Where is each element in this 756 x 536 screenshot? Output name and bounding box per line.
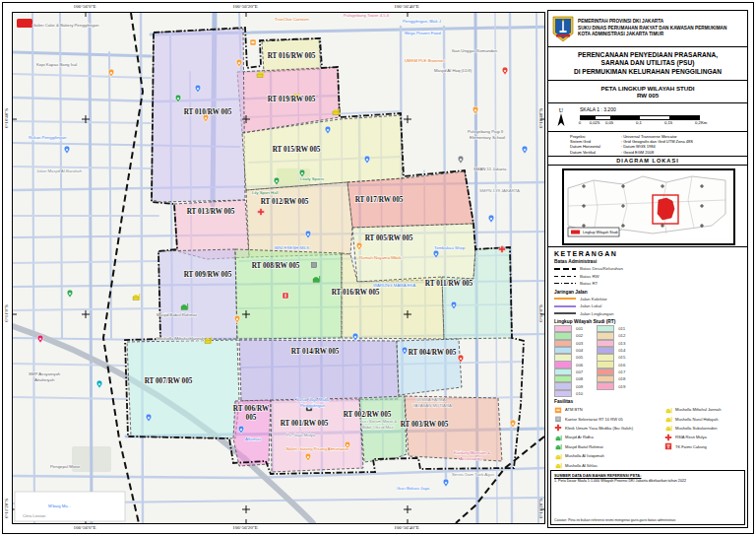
map-poi-label: Servis Dam Tarik Agus [452, 472, 494, 477]
graticule-label: 6°10'40"S [538, 108, 543, 128]
jalan-legend-item: Jalan Lingkungan [554, 310, 741, 318]
fasilitas-title: Fasilitas [554, 399, 741, 404]
rt-zone-label: RT 011/RW 005 [425, 280, 473, 288]
agency-lines: PEMERINTAH PROVINSI DKI JAKARTASUKU DINA… [578, 19, 726, 37]
musholla-icon [554, 461, 562, 469]
catatan-note: Catatan: Peta ini bukan referensi resmi … [554, 518, 741, 522]
rt-zone-label: RT 013/RW 005 [187, 208, 235, 216]
batas-legend-item: Batas RT [554, 280, 741, 288]
musholla-icon [664, 415, 672, 423]
rt-id-label: 002 [576, 333, 583, 338]
fasilitas-item: ATM BTN [554, 405, 661, 414]
rt-id-label: 006 [576, 363, 583, 368]
rt-legend-item: 006 [554, 361, 583, 368]
scale-tick-label: 0 [579, 120, 581, 125]
graticule-label: 6°10'40"S [4, 108, 9, 128]
fasilitas-label: Klinik Umum Yasa Medika (Ibu Galuh) [565, 426, 633, 431]
map-poi-label: Rukan Penggilingan [29, 135, 67, 140]
map-poi-label: Pasar Jaya Malja [296, 397, 330, 402]
rt-id-label: 011 [618, 326, 625, 331]
scale-bar-segment [610, 116, 640, 119]
fasilitas-legend: ATM BTNKantor Sekretariat RT 10 RW 05Kli… [554, 405, 741, 470]
rt-zone-label: RT 019/RW 005 [268, 96, 316, 103]
map-poi-label: SMPN 139 JAKARTA [479, 188, 520, 193]
batas-legend-list: Batas Desa/KelurahanBatas RWBatas RT [554, 265, 741, 288]
rt-zone-label: RT 016/RW 005 [268, 52, 316, 60]
map-sheet: Penggilingan, Blok JTrueChoi CanteenPulo… [0, 0, 756, 536]
jalan-legend-list: Jalan KolektorJalan LokalJalan Lingkunga… [554, 296, 741, 318]
rt-zone-label: RT 007/RW 005 [145, 377, 193, 385]
atm-marker-icon [250, 39, 256, 45]
rt-id-label: 017 [618, 369, 625, 374]
rt-color-swatch [554, 390, 572, 398]
map-poi-label: Mobil 'Okcid Max' [361, 425, 395, 430]
scale-bar-segment [581, 116, 596, 119]
fasilitas-item: TK Fatmi Cakung [664, 442, 741, 451]
batas-legend-item: Batas RW [554, 273, 741, 281]
rt-legend-item: 017 [597, 368, 625, 375]
rt-zone-label: 005 [246, 414, 257, 422]
map-poi-label: Jalan Masjid Al-Barokah [36, 168, 83, 173]
map-poi-label: BINI FRESH MILK [275, 245, 309, 250]
scale-bar-segment [596, 116, 610, 119]
projection-row: Datum Vertikal: Geoid EGM 2008 [570, 150, 741, 155]
fasilitas-label: TK Fatmi Cakung [675, 444, 707, 449]
map-poi-label: Ps. Jaya Mulya [286, 433, 316, 437]
map-poi-label: Attahiriyah [34, 377, 55, 382]
rt-legend-item: 002 [554, 332, 583, 339]
map-poi-label: TrueChoi Canteen [275, 17, 310, 22]
sumber-item: 1. Peta Dasar Skala 1:1.000 Wilayah Prov… [554, 479, 741, 483]
rt-zone-label: RT 015/RW 005 [273, 146, 321, 154]
rt-legend-item: 007 [554, 368, 583, 375]
fasilitas-item: Kantor Sekretariat RT 10 RW 05 [554, 414, 661, 423]
jalan-legend-item: Jalan Kolektor [554, 296, 741, 303]
map-poi-label: Galeri Cake & Bakery Penggilingan [32, 23, 99, 28]
diagram-lokasi-canvas: Lingkup Wilayah Studi [564, 170, 729, 239]
fasilitas-item: RSIA Resti Mulya [664, 433, 741, 441]
map-poi-label: SMP Assyairiyah [29, 371, 61, 376]
scale-label: SKALA 1 : 3.200 [580, 106, 616, 112]
map-poi-label: Pulogebang Pagi II [468, 129, 503, 134]
diagram-legend-label: Lingkup Wilayah Studi [583, 231, 618, 234]
fasilitas-label: Musholla Nurul Hidayah [675, 417, 718, 422]
jaringan-jalan-title: Jaringan Jalan [554, 290, 741, 295]
fasilitas-item: Musholla Al Istiqomah [554, 451, 661, 460]
musholla-icon [554, 452, 562, 460]
rt-zone-label: RT 005/RW 005 [365, 234, 413, 242]
rt-legend-item: 015 [597, 354, 625, 361]
rt-id-label: 014 [618, 348, 625, 353]
school-icon [664, 442, 672, 450]
projection-info: Proyeksi: Universal Transverse MercatorS… [548, 132, 747, 157]
map-poi-label: Penggilingan [300, 403, 325, 408]
rt-id-label: 018 [618, 376, 625, 381]
map-poi-label: WISMA FATMA [416, 397, 446, 402]
rt-legend-item: 019 [597, 382, 625, 389]
mosque-icon [554, 434, 562, 441]
graticule-label: 106°56'20"E [232, 4, 258, 9]
legend-panel: PEMERINTAH PROVINSI DKI JAKARTASUKU DINA… [547, 10, 748, 528]
rt-legend-item: 009 [554, 382, 583, 389]
map-poi-label: M'baig Ma... [48, 503, 71, 508]
graticule-label: 106°56'40"E [394, 4, 419, 9]
fasilitas-label: ATM BTN [565, 407, 583, 412]
scale-tick-label: 0,1 [636, 120, 642, 125]
fasilitas-item: Musholla Al Ikhlas [554, 460, 661, 469]
map-poi-label: Pulogebang Tower 4,5,6 [344, 13, 390, 18]
rt-legend-item: 012 [597, 332, 625, 339]
rt-legend-column: 001002003004005006007008009010 [554, 325, 583, 397]
medical-cross-icon [554, 424, 562, 432]
rt-zone-label: RT 010/RW 005 [184, 108, 232, 116]
rt-zone-001 [271, 398, 363, 472]
fasilitas-label: Musholla Subulannubin [675, 426, 718, 431]
jalan-legend-item: Jalan Lokal [554, 302, 741, 310]
batas-label: Batas RT [580, 281, 598, 286]
rt-id-label: 010 [576, 391, 583, 396]
map-poi-label: Masjid Al Haq (LDII) [434, 68, 472, 73]
projection-value: : Geoid EGM 2008 [621, 150, 741, 155]
map-document-title: PERENCANAAN PENYEDIAAN PRASARANA,SARANA … [548, 47, 747, 81]
map-poi-label: Ikan Unggas Komandan [452, 48, 498, 53]
graticule-label: 106°56'40"E [394, 525, 419, 530]
map-poi-label: Penggilingan, Blok J [403, 19, 441, 24]
office-icon [554, 415, 562, 423]
rt-zone-label: RT 004/RW 005 [409, 349, 457, 357]
